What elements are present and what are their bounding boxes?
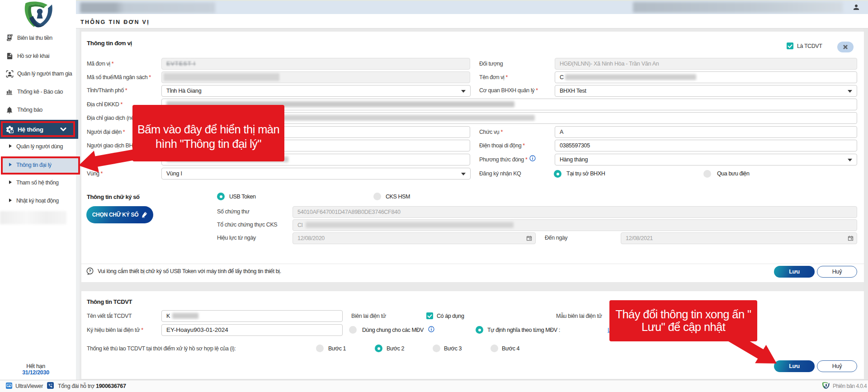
svg-text:?: ?: [89, 269, 91, 273]
